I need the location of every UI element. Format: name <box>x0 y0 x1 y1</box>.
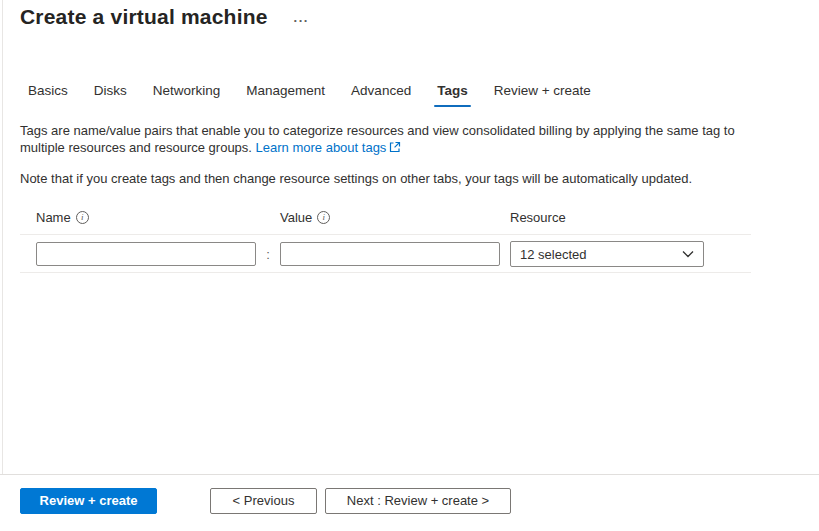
name-value-separator: : <box>256 247 280 262</box>
tab-bar: Basics Disks Networking Management Advan… <box>25 83 819 107</box>
column-header-value: Value i <box>280 210 510 225</box>
create-vm-page: Create a virtual machine ... Basics Disk… <box>0 0 819 531</box>
column-header-name: Name i <box>36 210 256 225</box>
tag-name-input[interactable] <box>36 242 256 266</box>
info-icon[interactable]: i <box>317 211 330 224</box>
tab-advanced[interactable]: Advanced <box>348 83 414 107</box>
tags-note: Note that if you create tags and then ch… <box>20 171 799 186</box>
tab-basics[interactable]: Basics <box>25 83 71 107</box>
footer-bar: Review + create < Previous Next : Review… <box>0 474 819 531</box>
name-column-label: Name <box>36 210 71 225</box>
tab-management[interactable]: Management <box>243 83 328 107</box>
resource-dropdown-value: 12 selected <box>520 247 587 262</box>
info-icon[interactable]: i <box>76 211 89 224</box>
column-header-resource: Resource <box>510 210 704 225</box>
tag-row: : 12 selected <box>36 235 819 272</box>
chevron-down-icon <box>682 250 694 258</box>
next-button[interactable]: Next : Review + create > <box>325 488 511 514</box>
page-title: Create a virtual machine <box>20 5 268 29</box>
page-header: Create a virtual machine ... <box>0 0 819 29</box>
learn-more-link[interactable]: Learn more about tags <box>256 140 402 155</box>
learn-more-link-label: Learn more about tags <box>256 140 387 155</box>
tag-value-input[interactable] <box>280 242 500 266</box>
tab-disks[interactable]: Disks <box>91 83 130 107</box>
tab-networking[interactable]: Networking <box>150 83 224 107</box>
tags-table-header: Name i Value i Resource <box>36 210 819 234</box>
resource-column-label: Resource <box>510 210 566 225</box>
value-column-label: Value <box>280 210 312 225</box>
more-options-button[interactable]: ... <box>294 13 309 23</box>
tab-review-create[interactable]: Review + create <box>491 83 594 107</box>
external-link-icon <box>389 140 401 157</box>
resource-dropdown[interactable]: 12 selected <box>510 241 704 267</box>
panel-left-border <box>2 0 3 474</box>
review-create-button[interactable]: Review + create <box>20 488 157 514</box>
tags-description: Tags are name/value pairs that enable yo… <box>20 122 762 157</box>
tab-tags[interactable]: Tags <box>434 83 471 107</box>
table-divider-bottom <box>20 272 751 273</box>
previous-button[interactable]: < Previous <box>210 488 317 514</box>
tags-table: Name i Value i Resource : 12 selected <box>0 210 819 273</box>
